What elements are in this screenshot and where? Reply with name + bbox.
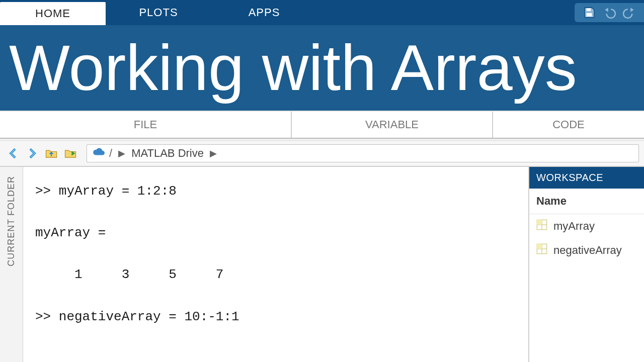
folder-up-icon[interactable] — [43, 145, 59, 161]
tab-apps[interactable]: APPS — [211, 0, 317, 25]
breadcrumb-root: / — [109, 147, 112, 160]
svg-rect-9 — [537, 244, 542, 249]
command-window[interactable]: >> myArray = 1:2:8 myArray = 1 3 5 7 >> … — [23, 167, 529, 362]
workspace-variable-name: myArray — [553, 220, 595, 233]
workspace-variable-name: negativeArray — [553, 244, 622, 257]
cmd-result-values: 1 3 5 7 — [35, 267, 223, 282]
breadcrumb-folder[interactable]: MATLAB Drive — [131, 147, 204, 160]
back-icon[interactable] — [5, 145, 21, 161]
tab-plots[interactable]: PLOTS — [106, 0, 211, 25]
svg-rect-0 — [587, 8, 591, 11]
svg-rect-1 — [587, 13, 592, 17]
save-icon[interactable] — [582, 5, 597, 20]
chevron-right-icon: ▶ — [116, 148, 127, 159]
workspace-panel: WORKSPACE Name myArray negativeArray — [529, 167, 644, 362]
main-area: CURRENT FOLDER >> myArray = 1:2:8 myArra… — [0, 167, 644, 362]
workspace-variable[interactable]: myArray — [529, 214, 644, 238]
section-file: FILE — [0, 112, 292, 138]
section-variable: VARIABLE — [292, 112, 493, 138]
tab-home[interactable]: HOME — [0, 2, 106, 25]
primary-tabs: HOME PLOTS APPS — [0, 0, 644, 25]
cmd-line: >> myArray = 1:2:8 — [35, 184, 177, 199]
ribbon-sections: FILE VARIABLE CODE — [0, 111, 644, 139]
cloud-icon — [92, 145, 105, 161]
workspace-variable[interactable]: negativeArray — [529, 238, 644, 262]
array-icon — [535, 218, 548, 234]
redo-icon[interactable] — [622, 5, 637, 20]
array-icon — [535, 242, 548, 258]
quick-access-toolbar — [575, 3, 644, 22]
current-folder-label: CURRENT FOLDER — [6, 176, 17, 266]
workspace-title: WORKSPACE — [529, 167, 644, 189]
section-code: CODE — [493, 112, 644, 138]
nav-buttons — [5, 145, 82, 161]
forward-icon[interactable] — [24, 145, 40, 161]
address-toolbar: / ▶ MATLAB Drive ▶ — [0, 141, 644, 167]
svg-rect-5 — [537, 220, 542, 225]
undo-icon[interactable] — [602, 5, 617, 20]
cmd-line: >> negativeArray = 10:-1:1 — [35, 309, 239, 324]
banner-title: Working with Arrays — [9, 36, 577, 100]
banner: Working with Arrays — [0, 25, 644, 111]
cmd-result-header: myArray = — [35, 225, 106, 240]
current-folder-panel[interactable]: CURRENT FOLDER — [0, 167, 23, 362]
tab-spacer — [317, 0, 575, 25]
chevron-right-icon: ▶ — [208, 148, 219, 159]
workspace-column-header[interactable]: Name — [529, 189, 644, 214]
folder-browse-icon[interactable] — [62, 145, 78, 161]
address-bar[interactable]: / ▶ MATLAB Drive ▶ — [87, 144, 639, 162]
